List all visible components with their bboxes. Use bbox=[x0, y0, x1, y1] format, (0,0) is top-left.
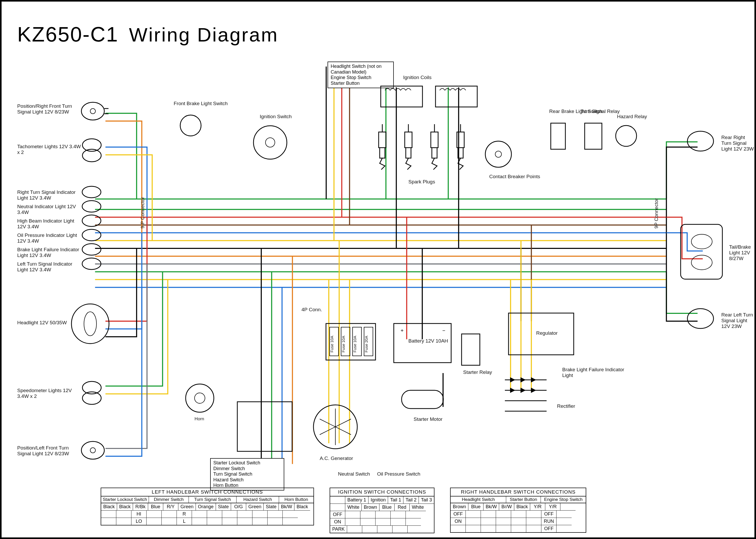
group-name: Starter Lockout Switch bbox=[101, 497, 149, 503]
col-header: Red bbox=[394, 504, 410, 511]
col-header: Tail 2 bbox=[403, 497, 419, 504]
label-ignition-switch: Ignition Switch bbox=[260, 114, 292, 119]
bottom-switch-box: Starter Lockout Switch Dimmer Switch Tur… bbox=[210, 458, 284, 491]
cell: LO bbox=[131, 518, 147, 525]
front-brake-switch-icon bbox=[179, 114, 202, 137]
bulb-icon bbox=[685, 307, 716, 330]
label-regulator: Regulator bbox=[536, 330, 558, 336]
ignition-coil-icon bbox=[435, 85, 479, 114]
svg-rect-39 bbox=[461, 334, 480, 365]
label-starter-relay: Starter Relay bbox=[463, 369, 492, 375]
svg-point-19 bbox=[691, 255, 712, 270]
svg-point-5 bbox=[82, 200, 101, 212]
svg-rect-28 bbox=[551, 123, 565, 149]
col-header: Brown bbox=[362, 504, 379, 511]
spark-plug-icon bbox=[401, 124, 416, 171]
col-header: Bk/W bbox=[483, 503, 499, 510]
svg-point-4 bbox=[82, 186, 101, 198]
svg-point-21 bbox=[180, 115, 201, 136]
label-high-beam-ind: High Beam Indicator Light 12V 3.4W bbox=[17, 218, 82, 230]
cell: HI bbox=[131, 510, 147, 518]
starter-relay-icon bbox=[460, 333, 481, 367]
svg-point-14 bbox=[81, 441, 104, 459]
col-header: Blue bbox=[148, 503, 163, 510]
col-header: O/G bbox=[231, 503, 246, 510]
col-header: Black bbox=[295, 503, 310, 510]
label-rectifier: Rectifier bbox=[557, 403, 575, 409]
label-spark-plugs: Spark Plugs bbox=[408, 179, 435, 185]
col-header: Y/R bbox=[530, 503, 545, 510]
label-4p-conn: 4P Conn. bbox=[302, 307, 322, 313]
svg-point-0 bbox=[81, 102, 104, 120]
right-handlebar-table: RIGHT HANDLEBAR SWITCH CONNECTIONS Headl… bbox=[450, 488, 586, 533]
col-header: Ignition bbox=[369, 497, 388, 504]
cell bbox=[101, 510, 116, 518]
svg-point-18 bbox=[691, 234, 712, 249]
col-header: Black bbox=[514, 503, 530, 510]
rectifier-icon bbox=[500, 375, 552, 422]
col-header: Black bbox=[117, 503, 133, 510]
col-header: Blue bbox=[468, 503, 483, 510]
label-9p-connector-left: 9 P Connector bbox=[140, 197, 146, 229]
svg-rect-29 bbox=[585, 123, 602, 149]
wiring-diagram-page: KZ650-C1 Wiring Diagram bbox=[0, 0, 756, 539]
col-header: White bbox=[410, 504, 426, 511]
cell: ON bbox=[330, 518, 345, 526]
label-fuse-2: Fuse 10A bbox=[341, 336, 346, 352]
label-neutral-sw: Neutral Switch bbox=[338, 471, 370, 477]
group-name: Starter Button bbox=[506, 497, 541, 503]
ignition-coil-icon bbox=[380, 85, 424, 114]
svg-point-1 bbox=[90, 109, 96, 114]
svg-point-27 bbox=[495, 151, 502, 157]
svg-rect-40 bbox=[402, 390, 443, 409]
svg-text:−: − bbox=[442, 328, 446, 334]
col-header: Slate bbox=[216, 503, 231, 510]
spark-plug-icon bbox=[453, 124, 468, 171]
label-oil-pressure-ind: Oil Pressure Indicator Light 12V 3.4W bbox=[17, 232, 82, 244]
model-number: KZ650-C1 bbox=[17, 23, 119, 46]
col-header: Bk/W bbox=[279, 503, 295, 510]
label-horn: Horn bbox=[194, 417, 204, 422]
svg-rect-44 bbox=[237, 402, 292, 451]
svg-point-42 bbox=[186, 384, 214, 412]
rear-brake-switch-icon bbox=[549, 121, 568, 153]
table-title: RIGHT HANDLEBAR SWITCH CONNECTIONS bbox=[450, 488, 586, 497]
cell: OFF bbox=[541, 525, 557, 532]
hazard-relay-icon bbox=[614, 124, 638, 148]
col-header: Black bbox=[101, 503, 117, 510]
svg-point-16 bbox=[687, 131, 714, 151]
label-brake-fail-ind: Brake Light Failure Indicator Light 12V … bbox=[17, 247, 82, 258]
svg-rect-17 bbox=[681, 224, 722, 279]
label-battery: Battery 12V 10AH bbox=[408, 338, 448, 344]
table-title: IGNITION SWITCH CONNECTIONS bbox=[330, 488, 434, 497]
horn-icon bbox=[184, 382, 215, 414]
col-header: Tail 3 bbox=[419, 497, 434, 504]
svg-point-30 bbox=[616, 125, 637, 146]
label-fuse-1: Fuse 10A bbox=[330, 336, 334, 352]
label-brake-fail: Brake Light Failure Indicator Light bbox=[562, 367, 627, 378]
svg-point-8 bbox=[82, 244, 101, 255]
label-pos-left-front-turn: Position/Left Front Turn Signal Light 12… bbox=[17, 445, 82, 457]
col-header: Slate bbox=[264, 503, 279, 510]
label-tail-brake: Tail/Brake Light 12V 8/27W bbox=[729, 244, 754, 262]
svg-point-7 bbox=[82, 229, 101, 241]
bulb-icon bbox=[80, 137, 111, 163]
col-header: R/Y bbox=[163, 503, 178, 510]
ignition-switch-icon bbox=[252, 124, 288, 161]
svg-point-43 bbox=[194, 393, 205, 403]
group-name: Dimmer Switch bbox=[149, 497, 189, 503]
group-name: Turn Signal Switch bbox=[189, 497, 237, 503]
label-fuse-4: Fuse 20A bbox=[364, 336, 369, 352]
top-switch-box: Headlight Switch (not on Canadian Model)… bbox=[327, 62, 394, 88]
group-name: Engine Stop Switch bbox=[541, 497, 586, 503]
label-fuse-3: Fuse 10A bbox=[353, 336, 357, 352]
label-headlight: Headlight 12V 50/35W bbox=[17, 320, 67, 326]
turn-relay-icon bbox=[583, 121, 604, 153]
svg-point-23 bbox=[265, 138, 275, 147]
label-speedo-lights: Speedometer Lights 12V 3.4W x 2 bbox=[17, 388, 82, 399]
cell: RUN bbox=[541, 518, 557, 525]
col-header: White bbox=[345, 504, 362, 511]
label-rear-left-turn: Rear Left Turn Signal Light 12V 23W bbox=[721, 312, 754, 329]
col-header: R/Bk bbox=[133, 503, 148, 510]
cell: OFF bbox=[541, 510, 557, 518]
